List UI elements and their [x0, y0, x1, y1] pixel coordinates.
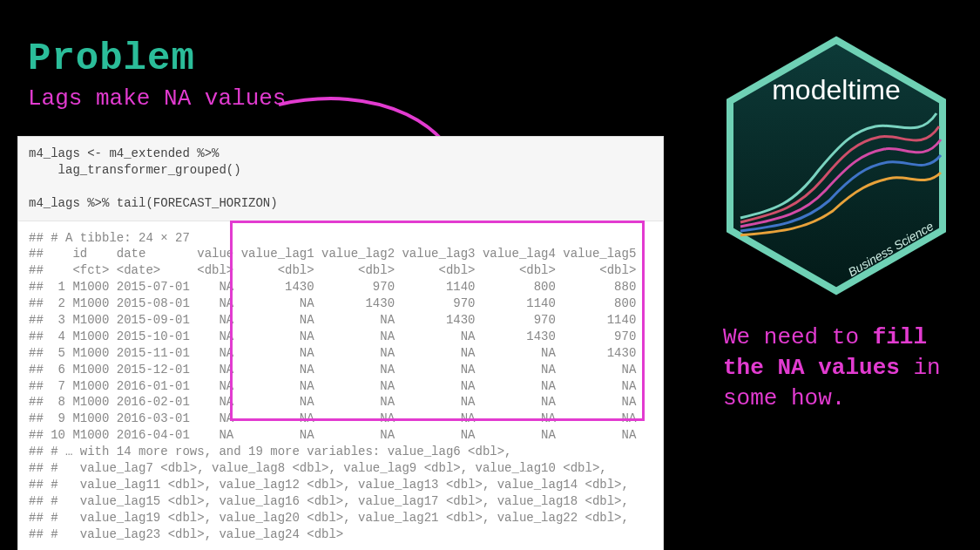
- slide-title: Problem: [28, 37, 195, 80]
- slide-subtitle: Lags make NA values: [28, 85, 286, 112]
- hex-logo: modeltime Business Science: [723, 35, 950, 296]
- caption-prefix: We need to: [723, 324, 873, 350]
- code-input: m4_lags <- m4_extended %>% lag_transform…: [18, 137, 663, 221]
- caption: We need to fill the NA values in some ho…: [723, 323, 958, 414]
- highlight-rectangle: [230, 221, 645, 421]
- hex-title: modeltime: [772, 74, 901, 105]
